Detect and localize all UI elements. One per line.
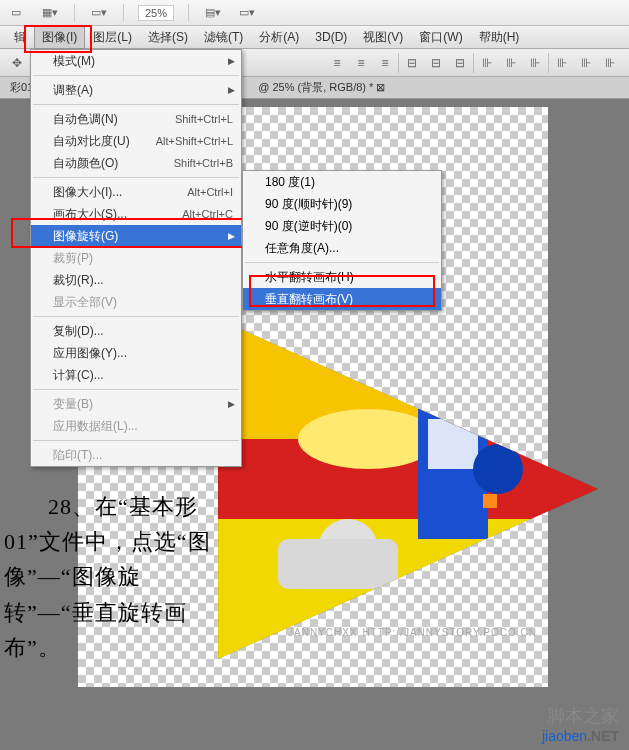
svg-rect-6 xyxy=(428,419,478,469)
flip-horizontal[interactable]: 水平翻转画布(H) xyxy=(243,266,441,288)
screen-icon[interactable]: ▭▾ xyxy=(237,4,257,22)
align-icon[interactable]: ⊟ xyxy=(449,53,471,73)
menu-apply-dataset: 应用数据组(L)... xyxy=(31,415,241,437)
arrange-icon[interactable]: ▤▾ xyxy=(203,4,223,22)
align-icon[interactable]: ≡ xyxy=(350,53,372,73)
image-menu-dropdown: 模式(M)▶ 调整(A)▶ 自动色调(N)Shift+Ctrl+L 自动对比度(… xyxy=(30,49,242,467)
menu-image-size[interactable]: 图像大小(I)...Alt+Ctrl+I xyxy=(31,181,241,203)
distribute-icon[interactable]: ⊪ xyxy=(575,53,597,73)
distribute-icon[interactable]: ⊪ xyxy=(476,53,498,73)
svg-point-7 xyxy=(473,444,523,494)
menu-filter[interactable]: 滤镜(T) xyxy=(196,26,251,49)
rotate-90-cw[interactable]: 90 度(顺时针)(9) xyxy=(243,193,441,215)
menu-analysis[interactable]: 分析(A) xyxy=(251,26,307,49)
rotate-180[interactable]: 180 度(1) xyxy=(243,171,441,193)
distribute-icon[interactable]: ⊪ xyxy=(500,53,522,73)
menu-bar: 辑 图像(I) 图层(L) 选择(S) 滤镜(T) 分析(A) 3D(D) 视图… xyxy=(0,26,629,49)
menu-crop: 裁剪(P) xyxy=(31,247,241,269)
rotate-90-ccw[interactable]: 90 度(逆时针)(0) xyxy=(243,215,441,237)
menu-auto-contrast[interactable]: 自动对比度(U)Alt+Shift+Ctrl+L xyxy=(31,130,241,152)
rotate-arbitrary[interactable]: 任意角度(A)... xyxy=(243,237,441,259)
menu-image[interactable]: 图像(I) xyxy=(34,26,85,49)
menu-apply-image[interactable]: 应用图像(Y)... xyxy=(31,342,241,364)
menu-edit-trunc[interactable]: 辑 xyxy=(6,26,34,49)
svg-rect-9 xyxy=(278,539,398,589)
tutorial-annotation: 28、在“基本形01”文件中，点选“图像”—“图像旋转”—“垂直旋转画布”。 xyxy=(4,489,214,665)
menu-adjustments[interactable]: 调整(A)▶ xyxy=(31,79,241,101)
move-tool-icon[interactable]: ✥ xyxy=(6,53,28,73)
doc-icon[interactable]: ▭ xyxy=(6,4,26,22)
flip-vertical[interactable]: 垂直翻转画布(V) xyxy=(243,288,441,310)
distribute-icon[interactable]: ⊪ xyxy=(551,53,573,73)
menu-duplicate[interactable]: 复制(D)... xyxy=(31,320,241,342)
watermark-url: HTTP://JANNYSTORY.POCO.CN xyxy=(362,627,536,638)
image-watermark: JANNYCHXX HTTP://JANNYSTORY.POCO.CN xyxy=(288,623,537,639)
menu-window[interactable]: 窗口(W) xyxy=(411,26,470,49)
view-icon[interactable]: ▭▾ xyxy=(89,4,109,22)
menu-trap: 陷印(T)... xyxy=(31,444,241,466)
align-icon[interactable]: ≡ xyxy=(326,53,348,73)
rotation-submenu: 180 度(1) 90 度(顺时针)(9) 90 度(逆时针)(0) 任意角度(… xyxy=(242,170,442,311)
distribute-icon[interactable]: ⊪ xyxy=(524,53,546,73)
site-name-cn: 脚本之家 xyxy=(542,704,619,728)
align-icon[interactable]: ⊟ xyxy=(401,53,423,73)
distribute-icon[interactable]: ⊪ xyxy=(599,53,621,73)
menu-view[interactable]: 视图(V) xyxy=(355,26,411,49)
watermark-name: JANNYCHXX xyxy=(288,627,358,638)
bridge-icon[interactable]: ▦▾ xyxy=(40,4,60,22)
align-icon[interactable]: ⊟ xyxy=(425,53,447,73)
menu-variables: 变量(B)▶ xyxy=(31,393,241,415)
top-toolbar: ▭ ▦▾ ▭▾ 25% ▤▾ ▭▾ xyxy=(0,0,629,26)
menu-auto-tone[interactable]: 自动色调(N)Shift+Ctrl+L xyxy=(31,108,241,130)
menu-trim[interactable]: 裁切(R)... xyxy=(31,269,241,291)
menu-3d[interactable]: 3D(D) xyxy=(307,27,355,47)
menu-layer[interactable]: 图层(L) xyxy=(85,26,140,49)
menu-canvas-size[interactable]: 画布大小(S)...Alt+Ctrl+C xyxy=(31,203,241,225)
menu-calculations[interactable]: 计算(C)... xyxy=(31,364,241,386)
svg-rect-10 xyxy=(483,494,497,508)
svg-point-4 xyxy=(298,409,438,469)
site-watermark: 脚本之家 jiaoben.NET xyxy=(542,704,619,744)
menu-auto-color[interactable]: 自动颜色(O)Shift+Ctrl+B xyxy=(31,152,241,174)
menu-select[interactable]: 选择(S) xyxy=(140,26,196,49)
doc-tab-2[interactable]: @ 25% (背景, RGB/8) * ⊠ xyxy=(252,78,391,97)
image-content xyxy=(218,319,598,659)
menu-mode[interactable]: 模式(M)▶ xyxy=(31,50,241,72)
menu-help[interactable]: 帮助(H) xyxy=(471,26,528,49)
align-icon[interactable]: ≡ xyxy=(374,53,396,73)
menu-image-rotation[interactable]: 图像旋转(G)▶ xyxy=(31,225,241,247)
menu-reveal-all: 显示全部(V) xyxy=(31,291,241,313)
zoom-level[interactable]: 25% xyxy=(138,5,174,21)
